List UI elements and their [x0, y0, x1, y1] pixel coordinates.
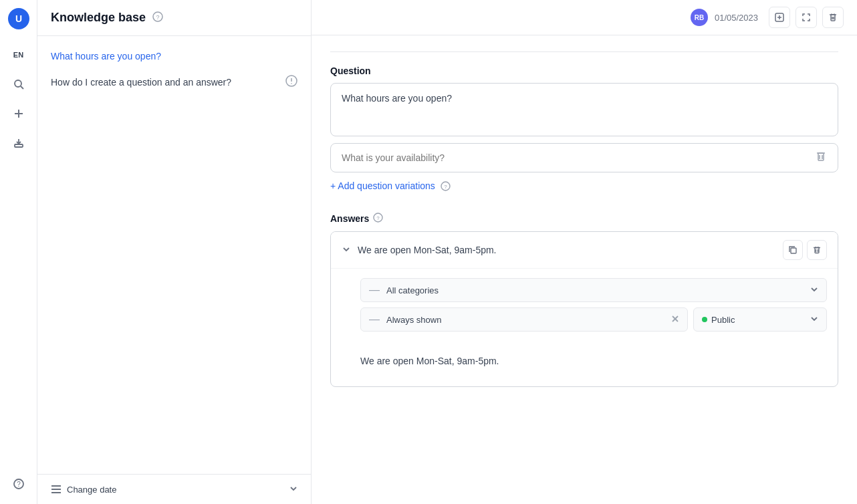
sidebar-item-label-0: What hours are you open? — [51, 51, 161, 61]
main-toolbar: RB 01/05/2023 — [312, 0, 857, 35]
svg-point-2 — [15, 80, 21, 87]
variation-row — [330, 143, 838, 172]
sidebar-list: What hours are you open? How do I create… — [37, 36, 311, 474]
condition-row-with-status: — Always shown Public — [360, 307, 827, 332]
condition-dash-2: — — [369, 313, 380, 326]
sidebar-item-warning-icon — [285, 75, 297, 90]
question-text-box[interactable]: What hours are you open? — [330, 83, 838, 136]
sidebar-item-label-1: How do I create a question and an answer… — [51, 77, 231, 88]
svg-text:?: ? — [377, 215, 380, 221]
status-dot-icon — [702, 317, 707, 322]
top-divider — [330, 51, 838, 52]
question-section-label: Question — [330, 66, 838, 76]
variation-input[interactable] — [342, 152, 810, 163]
add-variation-row: + Add question variations ? — [330, 178, 838, 197]
toolbar-date: 01/05/2023 — [715, 13, 758, 23]
condition-status-chevron-icon[interactable] — [810, 315, 818, 325]
answer-actions — [783, 240, 827, 260]
answer-copy-button[interactable] — [783, 240, 803, 260]
condition-row-categories: — All categories — [360, 278, 827, 302]
answer-card-header: We are open Mon-Sat, 9am-5pm. — [331, 232, 838, 269]
answer-card: We are open Mon-Sat, 9am-5pm. — [330, 231, 838, 387]
sidebar-help-icon[interactable]: ? — [152, 11, 163, 25]
svg-text:U: U — [15, 13, 21, 24]
sidebar-footer-label: Change date — [67, 485, 116, 495]
svg-rect-6 — [15, 144, 23, 147]
search-button[interactable] — [7, 72, 31, 96]
condition-categories-chevron-icon[interactable] — [810, 285, 818, 295]
answers-label: Answers — [330, 213, 369, 224]
main-content: Question What hours are you open? + Add … — [312, 35, 857, 504]
toolbar-avatar: RB — [691, 9, 708, 26]
toolbar-meta: RB 01/05/2023 — [691, 9, 758, 26]
answer-body-text: We are open Mon-Sat, 9am-5pm. — [360, 356, 499, 366]
help-button-bottom[interactable]: ? — [7, 472, 31, 496]
import-button[interactable] — [7, 131, 31, 155]
add-button[interactable] — [7, 102, 31, 126]
answer-chevron-icon[interactable] — [342, 245, 351, 256]
icon-bar: U EN ? — [0, 0, 37, 504]
svg-rect-35 — [791, 248, 796, 253]
condition-dash-1: — — [369, 284, 380, 296]
svg-text:?: ? — [156, 14, 160, 21]
sidebar-footer[interactable]: Change date — [37, 474, 311, 504]
condition-status-public: Public — [693, 307, 827, 332]
bottom-help-section: ? — [7, 472, 31, 496]
sidebar-header: Knowledge base ? — [37, 0, 311, 36]
variation-help-icon[interactable]: ? — [441, 181, 451, 193]
svg-rect-22 — [831, 15, 835, 21]
answer-card-conditions: — All categories — Always shown — [331, 269, 838, 346]
question-text-content: What hours are you open? — [342, 93, 452, 104]
sidebar-title: Knowledge base — [51, 11, 146, 25]
sidebar-footer-chevron-icon — [289, 484, 297, 495]
app-logo[interactable]: U — [8, 8, 29, 29]
condition-row-shown: — Always shown — [360, 307, 688, 332]
question-section: Question What hours are you open? — [330, 66, 838, 136]
sidebar-item-what-hours[interactable]: What hours are you open? — [37, 44, 311, 68]
answer-title: We are open Mon-Sat, 9am-5pm. — [358, 245, 776, 255]
answers-help-icon[interactable]: ? — [373, 213, 383, 225]
delete-toolbar-button[interactable] — [822, 7, 844, 28]
answer-delete-button[interactable] — [807, 240, 827, 260]
language-button[interactable]: EN — [7, 43, 31, 67]
variation-delete-button[interactable] — [815, 150, 827, 165]
condition-clear-button[interactable] — [671, 314, 679, 325]
sidebar-item-how-create[interactable]: How do I create a question and an answer… — [37, 68, 311, 96]
svg-text:?: ? — [17, 481, 21, 488]
expand-button[interactable] — [795, 7, 817, 28]
condition-shown-label: Always shown — [386, 315, 664, 325]
svg-text:?: ? — [444, 184, 447, 190]
svg-line-3 — [21, 86, 23, 89]
condition-categories-label: All categories — [386, 285, 804, 295]
add-variation-button[interactable]: + Add question variations — [330, 178, 435, 194]
sidebar-footer-left: Change date — [51, 485, 116, 495]
export-button[interactable] — [769, 7, 790, 28]
answer-body-text-area: We are open Mon-Sat, 9am-5pm. — [331, 346, 838, 386]
condition-status-label: Public — [711, 315, 735, 325]
answers-header: Answers ? — [330, 213, 838, 225]
main-panel: RB 01/05/2023 — [312, 0, 857, 504]
sidebar: Knowledge base ? What hours are you open… — [37, 0, 312, 504]
svg-rect-28 — [818, 153, 824, 160]
svg-point-14 — [291, 83, 292, 84]
